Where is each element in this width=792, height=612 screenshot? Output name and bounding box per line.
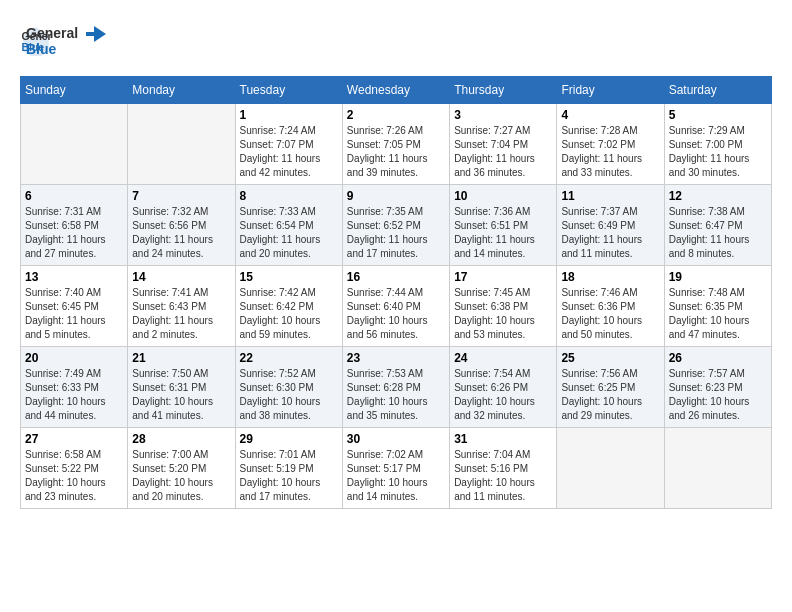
day-number: 11 bbox=[561, 189, 659, 203]
calendar-cell: 13Sunrise: 7:40 AM Sunset: 6:45 PM Dayli… bbox=[21, 266, 128, 347]
calendar-cell: 27Sunrise: 6:58 AM Sunset: 5:22 PM Dayli… bbox=[21, 428, 128, 509]
calendar-cell: 31Sunrise: 7:04 AM Sunset: 5:16 PM Dayli… bbox=[450, 428, 557, 509]
day-info: Sunrise: 7:41 AM Sunset: 6:43 PM Dayligh… bbox=[132, 286, 230, 342]
calendar-cell: 7Sunrise: 7:32 AM Sunset: 6:56 PM Daylig… bbox=[128, 185, 235, 266]
calendar-cell: 19Sunrise: 7:48 AM Sunset: 6:35 PM Dayli… bbox=[664, 266, 771, 347]
day-info: Sunrise: 7:33 AM Sunset: 6:54 PM Dayligh… bbox=[240, 205, 338, 261]
weekday-header: Saturday bbox=[664, 77, 771, 104]
calendar-cell: 1Sunrise: 7:24 AM Sunset: 7:07 PM Daylig… bbox=[235, 104, 342, 185]
weekday-header: Monday bbox=[128, 77, 235, 104]
day-number: 9 bbox=[347, 189, 445, 203]
day-number: 15 bbox=[240, 270, 338, 284]
svg-text:General: General bbox=[26, 25, 78, 41]
day-number: 31 bbox=[454, 432, 552, 446]
calendar-cell: 9Sunrise: 7:35 AM Sunset: 6:52 PM Daylig… bbox=[342, 185, 449, 266]
day-info: Sunrise: 7:45 AM Sunset: 6:38 PM Dayligh… bbox=[454, 286, 552, 342]
day-info: Sunrise: 7:53 AM Sunset: 6:28 PM Dayligh… bbox=[347, 367, 445, 423]
calendar-cell: 8Sunrise: 7:33 AM Sunset: 6:54 PM Daylig… bbox=[235, 185, 342, 266]
day-info: Sunrise: 7:04 AM Sunset: 5:16 PM Dayligh… bbox=[454, 448, 552, 504]
day-number: 10 bbox=[454, 189, 552, 203]
day-info: Sunrise: 7:42 AM Sunset: 6:42 PM Dayligh… bbox=[240, 286, 338, 342]
day-info: Sunrise: 7:01 AM Sunset: 5:19 PM Dayligh… bbox=[240, 448, 338, 504]
calendar-cell bbox=[664, 428, 771, 509]
calendar-cell: 12Sunrise: 7:38 AM Sunset: 6:47 PM Dayli… bbox=[664, 185, 771, 266]
day-number: 6 bbox=[25, 189, 123, 203]
calendar-cell: 16Sunrise: 7:44 AM Sunset: 6:40 PM Dayli… bbox=[342, 266, 449, 347]
day-info: Sunrise: 7:35 AM Sunset: 6:52 PM Dayligh… bbox=[347, 205, 445, 261]
day-number: 8 bbox=[240, 189, 338, 203]
day-number: 12 bbox=[669, 189, 767, 203]
day-info: Sunrise: 7:31 AM Sunset: 6:58 PM Dayligh… bbox=[25, 205, 123, 261]
calendar-week-row: 6Sunrise: 7:31 AM Sunset: 6:58 PM Daylig… bbox=[21, 185, 772, 266]
day-number: 1 bbox=[240, 108, 338, 122]
day-info: Sunrise: 7:40 AM Sunset: 6:45 PM Dayligh… bbox=[25, 286, 123, 342]
weekday-header: Sunday bbox=[21, 77, 128, 104]
day-info: Sunrise: 7:56 AM Sunset: 6:25 PM Dayligh… bbox=[561, 367, 659, 423]
day-number: 21 bbox=[132, 351, 230, 365]
day-number: 14 bbox=[132, 270, 230, 284]
calendar-cell: 3Sunrise: 7:27 AM Sunset: 7:04 PM Daylig… bbox=[450, 104, 557, 185]
calendar-cell: 23Sunrise: 7:53 AM Sunset: 6:28 PM Dayli… bbox=[342, 347, 449, 428]
day-number: 16 bbox=[347, 270, 445, 284]
day-info: Sunrise: 7:38 AM Sunset: 6:47 PM Dayligh… bbox=[669, 205, 767, 261]
day-info: Sunrise: 7:52 AM Sunset: 6:30 PM Dayligh… bbox=[240, 367, 338, 423]
day-number: 7 bbox=[132, 189, 230, 203]
calendar-cell bbox=[128, 104, 235, 185]
day-info: Sunrise: 7:28 AM Sunset: 7:02 PM Dayligh… bbox=[561, 124, 659, 180]
day-number: 28 bbox=[132, 432, 230, 446]
day-number: 13 bbox=[25, 270, 123, 284]
calendar-cell: 21Sunrise: 7:50 AM Sunset: 6:31 PM Dayli… bbox=[128, 347, 235, 428]
day-number: 27 bbox=[25, 432, 123, 446]
weekday-header: Thursday bbox=[450, 77, 557, 104]
calendar-cell: 20Sunrise: 7:49 AM Sunset: 6:33 PM Dayli… bbox=[21, 347, 128, 428]
logo: General Blue General Blue bbox=[20, 20, 106, 60]
day-number: 3 bbox=[454, 108, 552, 122]
day-info: Sunrise: 7:54 AM Sunset: 6:26 PM Dayligh… bbox=[454, 367, 552, 423]
day-number: 24 bbox=[454, 351, 552, 365]
calendar-cell: 24Sunrise: 7:54 AM Sunset: 6:26 PM Dayli… bbox=[450, 347, 557, 428]
calendar-cell: 18Sunrise: 7:46 AM Sunset: 6:36 PM Dayli… bbox=[557, 266, 664, 347]
day-number: 19 bbox=[669, 270, 767, 284]
calendar-cell bbox=[21, 104, 128, 185]
day-number: 26 bbox=[669, 351, 767, 365]
calendar-cell: 15Sunrise: 7:42 AM Sunset: 6:42 PM Dayli… bbox=[235, 266, 342, 347]
calendar-cell bbox=[557, 428, 664, 509]
weekday-header: Friday bbox=[557, 77, 664, 104]
weekday-header-row: SundayMondayTuesdayWednesdayThursdayFrid… bbox=[21, 77, 772, 104]
calendar-cell: 22Sunrise: 7:52 AM Sunset: 6:30 PM Dayli… bbox=[235, 347, 342, 428]
day-info: Sunrise: 7:00 AM Sunset: 5:20 PM Dayligh… bbox=[132, 448, 230, 504]
calendar-cell: 2Sunrise: 7:26 AM Sunset: 7:05 PM Daylig… bbox=[342, 104, 449, 185]
day-number: 25 bbox=[561, 351, 659, 365]
day-number: 5 bbox=[669, 108, 767, 122]
page-header: General Blue General Blue bbox=[20, 20, 772, 60]
day-info: Sunrise: 7:26 AM Sunset: 7:05 PM Dayligh… bbox=[347, 124, 445, 180]
day-info: Sunrise: 7:37 AM Sunset: 6:49 PM Dayligh… bbox=[561, 205, 659, 261]
calendar-cell: 30Sunrise: 7:02 AM Sunset: 5:17 PM Dayli… bbox=[342, 428, 449, 509]
day-number: 18 bbox=[561, 270, 659, 284]
calendar-cell: 26Sunrise: 7:57 AM Sunset: 6:23 PM Dayli… bbox=[664, 347, 771, 428]
day-number: 29 bbox=[240, 432, 338, 446]
calendar-week-row: 13Sunrise: 7:40 AM Sunset: 6:45 PM Dayli… bbox=[21, 266, 772, 347]
calendar-table: SundayMondayTuesdayWednesdayThursdayFrid… bbox=[20, 76, 772, 509]
calendar-cell: 14Sunrise: 7:41 AM Sunset: 6:43 PM Dayli… bbox=[128, 266, 235, 347]
calendar-cell: 4Sunrise: 7:28 AM Sunset: 7:02 PM Daylig… bbox=[557, 104, 664, 185]
calendar-cell: 6Sunrise: 7:31 AM Sunset: 6:58 PM Daylig… bbox=[21, 185, 128, 266]
day-info: Sunrise: 7:27 AM Sunset: 7:04 PM Dayligh… bbox=[454, 124, 552, 180]
calendar-week-row: 27Sunrise: 6:58 AM Sunset: 5:22 PM Dayli… bbox=[21, 428, 772, 509]
day-info: Sunrise: 7:44 AM Sunset: 6:40 PM Dayligh… bbox=[347, 286, 445, 342]
day-number: 2 bbox=[347, 108, 445, 122]
day-info: Sunrise: 7:46 AM Sunset: 6:36 PM Dayligh… bbox=[561, 286, 659, 342]
day-info: Sunrise: 7:02 AM Sunset: 5:17 PM Dayligh… bbox=[347, 448, 445, 504]
day-info: Sunrise: 7:29 AM Sunset: 7:00 PM Dayligh… bbox=[669, 124, 767, 180]
calendar-cell: 11Sunrise: 7:37 AM Sunset: 6:49 PM Dayli… bbox=[557, 185, 664, 266]
weekday-header: Tuesday bbox=[235, 77, 342, 104]
day-number: 23 bbox=[347, 351, 445, 365]
svg-marker-5 bbox=[94, 26, 106, 42]
svg-rect-6 bbox=[86, 32, 94, 36]
logo-svg: General Blue bbox=[26, 20, 106, 60]
day-number: 4 bbox=[561, 108, 659, 122]
calendar-cell: 17Sunrise: 7:45 AM Sunset: 6:38 PM Dayli… bbox=[450, 266, 557, 347]
calendar-cell: 28Sunrise: 7:00 AM Sunset: 5:20 PM Dayli… bbox=[128, 428, 235, 509]
day-info: Sunrise: 7:49 AM Sunset: 6:33 PM Dayligh… bbox=[25, 367, 123, 423]
day-info: Sunrise: 7:32 AM Sunset: 6:56 PM Dayligh… bbox=[132, 205, 230, 261]
